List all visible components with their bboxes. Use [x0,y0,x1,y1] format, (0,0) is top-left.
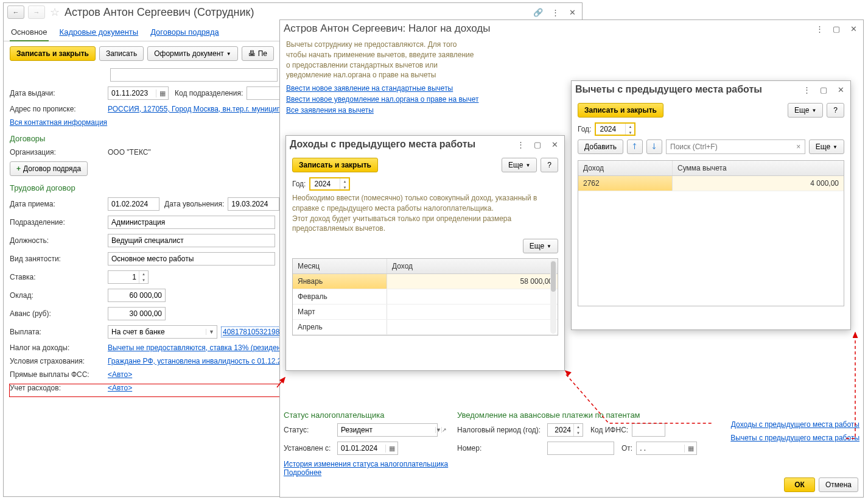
payout-dropdown[interactable]: ▼ [108,325,217,339]
maximize-icon[interactable]: ▢ [817,83,830,96]
link-status-history[interactable]: История изменения статуса налогоплательщ… [284,460,448,468]
search-input[interactable]: × [666,139,805,154]
label-from: От: [621,444,632,452]
label-insurance: Условия страхования: [10,357,104,365]
add-contract-button[interactable]: + Договор подряда [10,161,88,176]
table-row[interactable]: Апрель [293,320,558,335]
all-contacts-link[interactable]: Вся контактная информация [10,118,107,127]
forward-button[interactable]: → [28,5,45,19]
plus-icon: + [16,164,21,173]
open-icon[interactable]: ↗ [441,427,447,433]
col-income: Доход [578,161,673,175]
ifns-input[interactable] [632,423,665,437]
label-position: Должность: [10,236,104,245]
more-icon[interactable]: ⋮ [514,138,527,150]
hire-date-input[interactable] [108,197,159,211]
issue-date-field[interactable]: ▦ [108,86,169,100]
help-button[interactable]: ? [541,158,558,172]
insurance-link[interactable]: Граждане РФ, установлена инвалидность с … [108,357,290,365]
salary-input[interactable] [108,289,166,302]
move-down-button[interactable]: 🡓 [646,139,662,154]
table-row[interactable]: Февраль [293,289,558,305]
emp-type-input[interactable] [108,252,275,266]
link-all-apps[interactable]: Все заявления на вычеты [286,106,374,114]
dept-code-input[interactable] [247,86,283,100]
col-month: Месяц [293,259,387,273]
chevron-down-icon[interactable]: ▼ [206,329,217,335]
label-ifns: Код ИФНС: [590,426,628,434]
highlight-tax [9,384,280,397]
income-table: Месяц Доход Январь 58 000,00 Февраль Мар… [292,258,558,336]
rate-spinner[interactable]: ▲▼ [108,270,149,284]
more-icon[interactable]: ⋮ [800,83,813,96]
label-year: Год: [578,125,591,133]
blank-input[interactable] [110,68,278,82]
save-close-button[interactable]: Записать и закрыть [292,158,378,172]
link-new-notification[interactable]: Ввести новое уведомление нал.органа о пр… [286,95,478,104]
label-advance: Аванс (руб): [10,309,104,318]
label-rate: Ставка: [10,273,104,281]
more-button[interactable]: Еще ▼ [788,103,823,118]
save-button[interactable]: Записать [99,46,144,61]
patent-section-header: Уведомление на авансовые платежи по пате… [457,409,707,421]
print-button[interactable]: 🖶 Пе [242,46,274,61]
link-prev-income[interactable]: Доходы с предыдущего места работы [731,420,859,429]
close-icon[interactable]: ✕ [566,6,578,18]
more-button-2[interactable]: Еще ▼ [809,139,844,154]
year-spinner[interactable]: ▲▼ [595,122,635,136]
calendar-icon[interactable]: ▦ [684,445,696,452]
cancel-button[interactable]: Отмена [819,477,858,492]
dept-input[interactable] [108,216,275,229]
fire-date-input[interactable] [228,197,279,211]
more-button-2[interactable]: Еще ▼ [523,239,558,253]
close-icon[interactable]: ✕ [548,138,561,150]
save-close-button[interactable]: Записать и закрыть [578,103,663,118]
label-set-from: Установлен с: [284,444,334,452]
calendar-icon[interactable]: ▦ [385,445,397,452]
help-button[interactable]: ? [827,103,844,118]
clear-icon[interactable]: × [793,143,805,151]
position-input[interactable] [108,234,275,247]
reg-addr-link[interactable]: РОССИЯ, 127055, Город Москва, вн.тер.г. … [108,105,289,113]
add-button[interactable]: Добавить [578,139,623,154]
link-new-deduct-app[interactable]: Ввести новое заявление на стандартные вы… [286,84,453,93]
label-fss: Прямые выплаты ФСС: [10,370,104,379]
table-row[interactable]: Март [293,305,558,320]
calendar-icon[interactable]: ▦ [156,90,168,97]
more-icon[interactable]: ⋮ [549,6,561,18]
link-more-details[interactable]: Подробнее [284,468,321,477]
label-dept: Подразделение: [10,218,104,227]
scrollbar[interactable] [550,260,556,334]
more-button[interactable]: Еще ▼ [502,158,537,172]
more-icon[interactable]: ⋮ [813,23,825,35]
set-from-field[interactable]: ▦ [337,442,398,455]
tab-hr[interactable]: Кадровые документы [58,25,140,41]
prev-income-title: Доходы с предыдущего места работы [290,139,511,150]
number-input[interactable] [547,442,614,455]
tax-link[interactable]: Вычеты не предоставляются, ставка 13% (р… [108,343,287,352]
ok-button[interactable]: ОК [784,477,815,492]
fss-link[interactable]: <Авто> [108,370,132,379]
star-icon[interactable]: ☆ [49,6,61,18]
status-dropdown[interactable]: ▼ ↗ [337,423,438,437]
close-icon[interactable]: ✕ [847,23,859,35]
tab-contracts[interactable]: Договоры подряда [149,25,220,41]
move-up-button[interactable]: 🡑 [627,139,643,154]
tab-main[interactable]: Основное [10,25,49,41]
link-prev-deduct[interactable]: Вычеты с предыдущего места работы [730,434,859,442]
table-row[interactable]: 2762 4 000,00 [578,176,844,191]
back-button[interactable]: ← [7,5,24,19]
prev-deduct-title: Вычеты с предыдущего места работы [575,84,797,95]
close-icon[interactable]: ✕ [835,83,847,96]
link-icon[interactable]: 🔗 [532,6,544,18]
tax-period-spinner[interactable]: ▲▼ [547,423,583,437]
table-row[interactable]: Январь 58 000,00 [293,274,558,289]
maximize-icon[interactable]: ▢ [830,23,842,35]
advance-input[interactable] [108,307,166,320]
create-doc-button[interactable]: Оформить документ ▼ [147,46,237,61]
year-spinner[interactable]: ▲▼ [309,177,350,191]
maximize-icon[interactable]: ▢ [531,138,544,150]
from-date-field[interactable]: ▦ [636,442,697,455]
label-hire-date: Дата приема: [10,200,104,208]
save-close-button[interactable]: Записать и закрыть [10,46,96,61]
